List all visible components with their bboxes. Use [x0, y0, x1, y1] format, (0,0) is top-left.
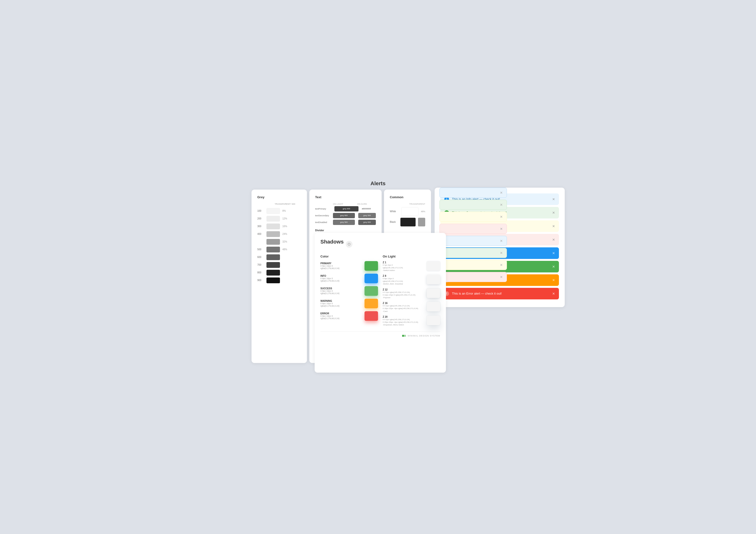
close-icon[interactable]: ✕	[552, 211, 555, 215]
info-color-swatch	[364, 274, 378, 283]
scene: Alerts Grey TRANSPARENT: 500 100 8% 200 …	[252, 178, 504, 356]
svg-rect-4	[404, 335, 406, 337]
text-secondary-row: textSecondary grey 600 grey 500	[315, 213, 376, 218]
pale-info: ✕	[440, 188, 507, 198]
text-disabled-swatch-light: grey 500	[333, 220, 355, 225]
shadow-success-row: SUCCESS 0 8px 16px 0rgba(0,179,66,0.24)	[320, 286, 378, 296]
close-icon[interactable]: ✕	[500, 203, 503, 207]
grey-row-500: 500 48%	[257, 247, 301, 253]
z20-swatch	[427, 315, 440, 325]
text-secondary-swatch-light: grey 600	[333, 213, 355, 218]
pale-warning-2: ✕	[440, 260, 507, 270]
pale-success: ✕	[440, 200, 507, 210]
text-primary-swatch-light: grey 800	[335, 206, 359, 211]
grey-swatch-600	[266, 254, 280, 260]
common-white-row: White 48%	[390, 207, 425, 216]
shadows-icon	[346, 241, 352, 248]
z16-swatch	[427, 302, 440, 311]
shadows-columns: Color PRIMARY 0 8px 16px 0rgba(0,179,66,…	[320, 254, 440, 329]
common-black-row: Black	[390, 218, 425, 227]
close-icon[interactable]: ✕	[552, 292, 555, 296]
close-icon[interactable]: ✕	[552, 265, 555, 269]
white-swatch	[401, 207, 418, 216]
grey-swatch-mid	[266, 239, 280, 245]
text-disabled-row: textDisabled grey 500 grey 600	[315, 220, 376, 225]
svg-rect-3	[402, 335, 404, 337]
color-column: Color PRIMARY 0 8px 16px 0rgba(0,179,66,…	[320, 254, 378, 329]
grey-swatch-200	[266, 216, 280, 222]
shadow-info-row: INFO 0 8px 16px 0rgba(0,179,66,0.24)	[320, 274, 378, 283]
close-icon[interactable]: ✕	[500, 275, 503, 279]
shadow-error-row: ERROR 0 8px 16px 0rgba(0,179,66,0.24)	[320, 311, 378, 321]
shadows-card: Shadows Color PRIMARY 0 8px 16px 0rgba(0…	[315, 233, 446, 373]
pale-error-2: ✕	[440, 272, 507, 282]
close-icon[interactable]: ✕	[552, 197, 555, 201]
alert-error-filled: ! This is an Error alert — check it out!…	[441, 288, 559, 299]
common-card-title: Common	[390, 195, 425, 199]
close-icon[interactable]: ✕	[500, 239, 503, 243]
warning-color-swatch	[364, 299, 378, 308]
grey-row-300: 300 16%	[257, 224, 301, 229]
logo-bar: MINIMAL DESIGN SYSTEM	[320, 332, 440, 338]
logo-text: MINIMAL DESIGN SYSTEM	[408, 334, 440, 337]
shadows-title: Shadows	[320, 239, 344, 245]
grey-swatch-300	[266, 224, 280, 229]
close-icon[interactable]: ✕	[552, 224, 555, 228]
grey-row-400: 400 24%	[257, 231, 301, 237]
black-swatch	[400, 218, 416, 227]
grey-card: Grey TRANSPARENT: 500 100 8% 200 12% 300	[252, 190, 307, 363]
outer-container: Alerts Grey TRANSPARENT: 500 100 8% 200 …	[0, 0, 756, 534]
grey-swatch-900	[266, 278, 280, 283]
black-transparent-swatch	[418, 218, 425, 227]
grey-row-800: 800	[257, 270, 301, 276]
on-light-column: On Light Z 1 0 1px 2px 0rgba(145,158,171…	[383, 254, 441, 329]
pale-error: ✕	[440, 224, 507, 234]
close-icon[interactable]: ✕	[500, 227, 503, 231]
close-icon[interactable]: ✕	[500, 251, 503, 255]
grey-row-mid: 32%	[257, 239, 301, 245]
pale-warning: ✕	[440, 212, 507, 222]
success-color-swatch	[364, 286, 378, 296]
grey-swatch-500	[266, 247, 280, 253]
grey-row-700: 700	[257, 262, 301, 268]
grey-card-title: Grey	[257, 195, 301, 199]
close-icon[interactable]: ✕	[552, 251, 555, 255]
z1-swatch	[427, 261, 440, 271]
z1-row: Z 1 0 1px 2px 0rgba(145,158,171,0.24)-Sw…	[383, 261, 441, 272]
text-secondary-swatch-dark: grey 500	[358, 213, 376, 218]
z12-row: Z 12 0 0 2px rgba(145,158,171,0.24),0 12…	[383, 288, 441, 299]
right-alerts-panel: ✕ ✕ ✕ ✕ ✕ ✕ ✕ ✕	[440, 188, 507, 284]
text-disabled-swatch-dark: grey 600	[358, 220, 376, 225]
transparent-label: TRANSPARENT: 500	[275, 203, 295, 205]
pale-info-2: ✕	[440, 236, 507, 246]
grey-swatch-100	[266, 208, 280, 214]
svg-point-2	[349, 245, 349, 245]
z20-row: Z 20 0 0 2px rgba(145,158,171,0.24)0 20p…	[383, 315, 441, 326]
grey-row-600: 600	[257, 254, 301, 260]
z8-swatch	[427, 275, 440, 284]
error-color-swatch	[364, 311, 378, 321]
text-primary-row: textPrimary grey 800 #FFFFFF	[315, 206, 376, 211]
z12-swatch	[427, 288, 440, 298]
logo-icon	[402, 334, 406, 338]
primary-color-swatch	[364, 261, 378, 271]
z16-row: Z 16 0 0 2px rgba(145,158,171,0.24)0 16p…	[383, 302, 441, 313]
close-icon[interactable]: ✕	[552, 238, 555, 242]
grey-swatch-700	[266, 262, 280, 268]
page-title: Alerts	[370, 180, 386, 187]
shadow-primary-row: PRIMARY 0 8px 16px 0rgba(0,179,66,0.24)	[320, 261, 378, 271]
pale-success-2: ✕	[440, 248, 507, 258]
grey-swatch-400	[266, 231, 280, 237]
grey-row-900: 900	[257, 278, 301, 283]
grey-row-100: 100 8%	[257, 208, 301, 214]
shadow-warning-row: WARNING 0 8px 16px 0rgba(0,179,66,0.24)	[320, 299, 378, 308]
z8-row: Z 8 0 8px 16px 0rgba(145,158,171,0.24)-B…	[383, 275, 441, 285]
text-card-title: Text	[315, 195, 376, 199]
close-icon[interactable]: ✕	[500, 215, 503, 219]
grey-swatch-800	[266, 270, 280, 276]
close-icon[interactable]: ✕	[552, 278, 555, 282]
close-icon[interactable]: ✕	[500, 191, 503, 195]
close-icon[interactable]: ✕	[500, 263, 503, 267]
grey-row-200: 200 12%	[257, 216, 301, 222]
